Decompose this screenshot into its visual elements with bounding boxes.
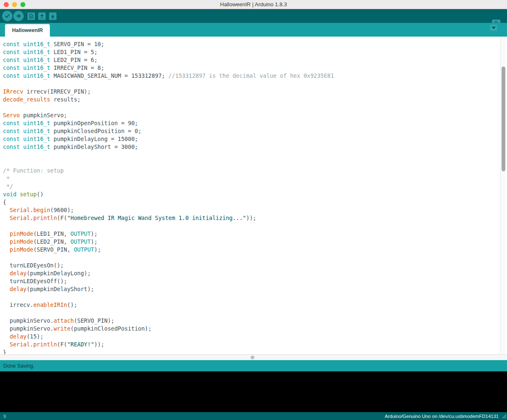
- code-line: const uint16_t IRRECV_PIN = 8;: [3, 64, 507, 72]
- document-icon: [28, 13, 34, 19]
- arrow-down-tray-icon: [50, 13, 56, 19]
- code-line: pumpkinServo.attach(SERVO_PIN);: [3, 317, 507, 325]
- code-line: [3, 254, 507, 262]
- code-line: [3, 80, 507, 88]
- code-line: decode_results results;: [3, 96, 507, 104]
- code-line: const uint16_t SERVO_PIN = 10;: [3, 40, 507, 48]
- code-line: }: [3, 348, 507, 354]
- code-line: {: [3, 198, 507, 206]
- cursor-line-number: 9: [3, 414, 6, 419]
- save-button[interactable]: [49, 12, 57, 20]
- titlebar: HalloweenIR | Arduino 1.8.3: [0, 0, 507, 9]
- code-line: *: [3, 175, 507, 183]
- check-icon: [4, 13, 10, 19]
- tab-bar: HalloweenIR: [0, 23, 507, 37]
- code-line: const uint16_t pumpkinDelayLong = 15000;: [3, 135, 507, 143]
- code-line: delay(pumpkinDelayLong);: [3, 269, 507, 277]
- code-line: delay(15);: [3, 333, 507, 341]
- code-line: /* Function: setup: [3, 167, 507, 175]
- tab-menu-button[interactable]: [490, 25, 497, 31]
- code-line: */: [3, 183, 507, 190]
- code-line: Serial.println(F("Homebrewed IR Magic Wa…: [3, 214, 507, 222]
- code-line: turnLEDEyesOff();: [3, 277, 507, 285]
- code-line: [3, 104, 507, 111]
- upload-button[interactable]: [13, 11, 24, 21]
- code-line: irrecv.enableIRIn();: [3, 301, 507, 309]
- code-line: IRrecv irrecv(IRRECV_PIN);: [3, 88, 507, 96]
- open-button[interactable]: [38, 12, 46, 20]
- code-line: const uint16_t MAGICWAND_SERIAL_NUM = 15…: [3, 72, 507, 80]
- arrow-right-icon: [15, 13, 22, 19]
- horizontal-scrollbar-thumb[interactable]: [251, 356, 254, 359]
- verify-button[interactable]: [2, 11, 12, 21]
- arrow-up-tray-icon: [39, 13, 45, 19]
- tab-label: HalloweenIR: [12, 27, 43, 33]
- status-message: Done Saving.: [3, 363, 34, 369]
- board-port-info: Arduino/Genuino Uno on /dev/cu.usbmodemF…: [385, 414, 499, 419]
- tab-halloweenir[interactable]: HalloweenIR: [5, 24, 50, 37]
- line-status-bar: 9 Arduino/Genuino Uno on /dev/cu.usbmode…: [0, 412, 507, 420]
- code-line: [3, 222, 507, 230]
- resize-grip[interactable]: [501, 413, 507, 420]
- code-line: pinMode(LED1_PIN, OUTPUT);: [3, 230, 507, 238]
- new-sketch-button[interactable]: [27, 12, 35, 20]
- code-line: const uint16_t pumpkinDelayShort = 3000;: [3, 143, 507, 151]
- code-line: const uint16_t pumpkinOpenPosition = 90;: [3, 119, 507, 127]
- chevron-down-icon: [492, 27, 496, 29]
- code-line: Servo pumpkinServo;: [3, 111, 507, 119]
- vertical-scrollbar[interactable]: [500, 37, 506, 354]
- toolbar: [0, 9, 507, 23]
- code-line: const uint16_t pumpkinClosedPosition = 0…: [3, 127, 507, 135]
- code-line: [3, 159, 507, 167]
- code-line: void setup(): [3, 190, 507, 198]
- code-line: Serial.println(F("READY!"));: [3, 341, 507, 348]
- code-line: pumpkinServo.write(pumpkinClosedPosition…: [3, 325, 507, 333]
- horizontal-scrollbar[interactable]: [0, 354, 507, 360]
- code-line: pinMode(LED2_PIN, OUTPUT);: [3, 238, 507, 246]
- status-bar: Done Saving.: [0, 360, 507, 371]
- code-line: [3, 309, 507, 317]
- console-output: [0, 371, 507, 412]
- code-line: [3, 293, 507, 301]
- code-line: const uint16_t LED2_PIN = 6;: [3, 56, 507, 64]
- code-line: const uint16_t LED1_PIN = 5;: [3, 48, 507, 56]
- code-area: const uint16_t SERVO_PIN = 10;const uint…: [0, 37, 507, 354]
- code-line: Serial.begin(9600);: [3, 206, 507, 214]
- code-editor[interactable]: const uint16_t SERVO_PIN = 10;const uint…: [0, 37, 507, 354]
- code-line: turnLEDEyesOn();: [3, 262, 507, 269]
- vertical-scrollbar-thumb[interactable]: [502, 67, 505, 171]
- window-title: HalloweenIR | Arduino 1.8.3: [0, 0, 507, 9]
- code-line: pinMode(SERVO_PIN, OUTPUT);: [3, 246, 507, 254]
- arduino-window: HalloweenIR | Arduino 1.8.3 HalloweenIR: [0, 0, 507, 420]
- code-line: delay(pumpkinDelayShort);: [3, 285, 507, 293]
- code-line: [3, 151, 507, 159]
